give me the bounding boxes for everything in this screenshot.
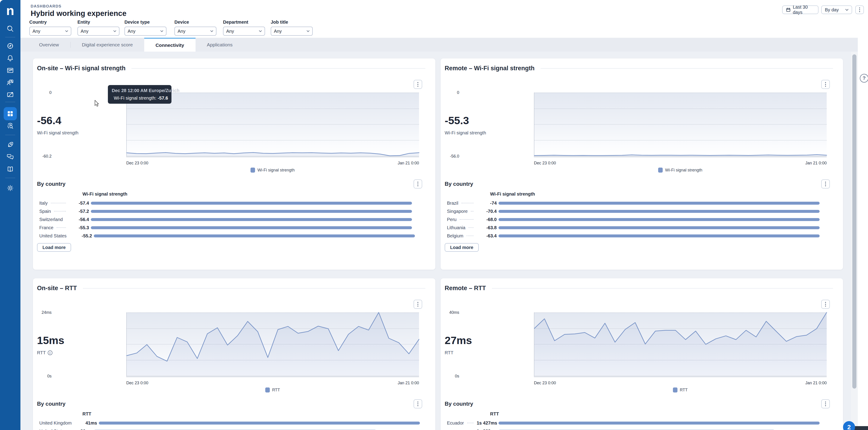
y-axis-top-label: 24ms	[32, 310, 52, 315]
entity-select[interactable]: Any	[78, 27, 120, 36]
table-row: United Kingdom41ms	[39, 419, 412, 427]
documentation-book-icon[interactable]	[6, 165, 15, 174]
y-axis-top-label: 40ms	[440, 310, 459, 315]
kpi-label: Wi-Fi signal strength	[445, 130, 486, 136]
chevron-down-icon	[113, 30, 116, 32]
chart-menu-button[interactable]	[413, 80, 422, 89]
kebab-icon	[825, 302, 826, 307]
tab-bar: Overview Digital experience score Connec…	[21, 38, 858, 52]
ai-search-icon[interactable]	[6, 24, 15, 33]
bar-track	[498, 234, 819, 237]
device-type-select[interactable]: Any	[124, 27, 166, 36]
compass-icon[interactable]	[6, 41, 15, 51]
tooltip-timestamp: Dec 28 12:00 AM Europe/Zurich	[112, 88, 167, 93]
filter-label: Entity	[78, 20, 120, 25]
country-select[interactable]: Any	[29, 27, 71, 36]
x-axis-end-label: Jan 21 0:00	[805, 161, 827, 166]
table-menu-button[interactable]	[413, 179, 422, 189]
country-value: 36ms	[72, 429, 92, 430]
table-menu-button[interactable]	[821, 179, 830, 189]
line-chart[interactable]	[126, 312, 419, 377]
country-value: 1s 223ms	[477, 429, 497, 430]
country-label: Brazil	[447, 201, 458, 206]
filter-department: Department Any	[223, 20, 265, 36]
tab-connectivity[interactable]: Connectivity	[144, 38, 195, 52]
fingerprint-search-icon[interactable]	[6, 121, 15, 130]
department-select[interactable]: Any	[223, 27, 265, 36]
card-remote-rtt: Remote – RTT 27ms RTT 40ms 0s Dec 23 0:0…	[441, 278, 843, 430]
card-onsite-rtt: On-site – RTT 15ms RTTi 24ms 0s Dec 23 0…	[33, 278, 435, 430]
filter-label: Device	[175, 20, 216, 25]
dotted-leader	[471, 211, 473, 211]
load-more-button[interactable]: Load more	[37, 243, 71, 252]
country-table: Ecuador1s 427ms-1s 223ms	[447, 419, 819, 430]
line-chart[interactable]	[534, 92, 827, 157]
legend-swatch	[658, 168, 663, 173]
tab-overview[interactable]: Overview	[28, 38, 70, 52]
dotted-leader	[467, 423, 474, 423]
rocket-icon[interactable]	[6, 140, 15, 149]
country-bar	[91, 210, 412, 213]
title-rule	[83, 288, 425, 289]
y-axis-bottom-label: 0s	[32, 374, 52, 379]
chat-icon[interactable]	[6, 152, 15, 162]
job-title-select[interactable]: Any	[271, 27, 313, 36]
filter-label: Country	[29, 20, 71, 25]
chevron-down-icon	[160, 30, 163, 32]
nexthink-logo[interactable]: n	[0, 0, 21, 21]
load-more-button[interactable]: Load more	[445, 243, 479, 252]
kpi-stat: 27ms RTT	[445, 334, 472, 355]
settings-gear-icon[interactable]	[6, 183, 15, 193]
filter-value: Any	[128, 29, 135, 34]
sidebar-item-dashboards-active[interactable]	[4, 107, 17, 120]
chevron-down-icon	[259, 30, 262, 32]
device-select[interactable]: Any	[175, 27, 216, 36]
chevron-down-icon	[65, 30, 68, 32]
sidebar-divider	[5, 37, 15, 37]
filter-value: Any	[178, 29, 185, 34]
tab-digital-experience-score[interactable]: Digital experience score	[71, 38, 144, 52]
kebab-icon	[417, 82, 418, 87]
campaigns-icon[interactable]	[6, 90, 15, 99]
chart-menu-button[interactable]	[821, 300, 830, 309]
table-row: United States-55.2	[39, 232, 412, 240]
legend-swatch	[673, 388, 678, 393]
table-menu-button[interactable]	[413, 399, 422, 408]
breadcrumb: DASHBOARDS	[31, 4, 62, 9]
card-title: On-site – Wi-Fi signal strength	[37, 65, 126, 72]
chart-menu-button[interactable]	[821, 80, 830, 89]
user-insights-icon[interactable]	[6, 78, 15, 87]
info-icon[interactable]: i	[48, 350, 53, 355]
table-row: Singapore-70.4	[447, 207, 819, 216]
country-value: -74	[477, 201, 497, 206]
y-axis-top-label: 0	[440, 90, 459, 95]
x-axis-end-label: Jan 21 0:00	[805, 381, 827, 385]
country-label: United States	[39, 429, 66, 430]
page-menu-button[interactable]	[855, 5, 864, 14]
legend-swatch	[250, 168, 255, 173]
calendar-icon	[786, 7, 791, 12]
country-value: -68.0	[477, 217, 497, 222]
table-menu-button[interactable]	[821, 399, 830, 408]
monitoring-chart-icon[interactable]	[6, 66, 15, 75]
scrollbar-track[interactable]	[851, 52, 858, 430]
scrollbar-thumb[interactable]	[852, 54, 857, 389]
dotted-leader	[57, 227, 66, 228]
alerts-bell-icon[interactable]	[6, 53, 15, 62]
country-value: -55.3	[69, 225, 89, 230]
help-button[interactable]: ?	[860, 74, 868, 83]
legend-swatch	[265, 388, 270, 393]
table-row: Italy-57.4	[39, 199, 412, 207]
line-chart[interactable]	[534, 312, 827, 377]
country-value: 41ms	[77, 421, 97, 426]
page-header: DASHBOARDS Hybrid working experience Las…	[21, 0, 868, 38]
tab-applications[interactable]: Applications	[195, 38, 244, 52]
country-bar	[498, 218, 819, 221]
granularity-select[interactable]: By day	[821, 5, 852, 14]
date-range-button[interactable]: Last 30 days	[782, 5, 818, 14]
bar-track	[498, 422, 819, 425]
chart-menu-button[interactable]	[413, 300, 422, 309]
y-axis-top-label: 0	[32, 90, 52, 95]
country-value: -63.8	[477, 225, 497, 230]
kpi-label: RTT	[445, 350, 454, 355]
